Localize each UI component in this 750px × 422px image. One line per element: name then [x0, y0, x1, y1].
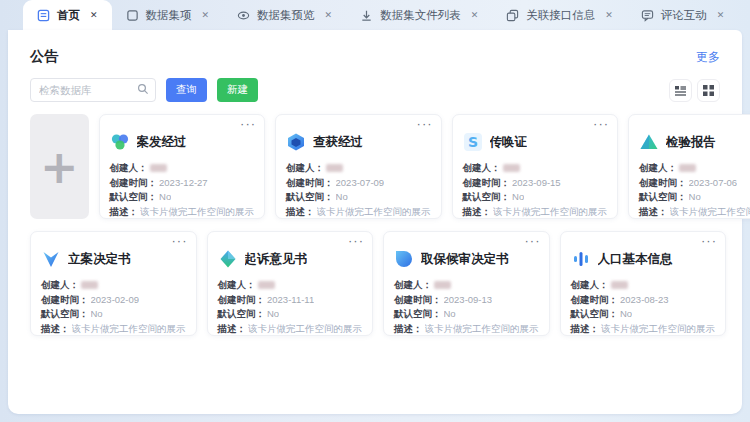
created-label: 创建时间：	[110, 176, 158, 191]
search-box	[30, 78, 156, 102]
tab-home[interactable]: 首页 ✕	[23, 0, 112, 30]
card-menu-icon[interactable]: ···	[417, 117, 433, 131]
card-menu-icon[interactable]: ···	[525, 234, 541, 248]
close-icon[interactable]: ✕	[90, 10, 98, 20]
created-value: 2023-08-23	[620, 293, 669, 308]
more-link[interactable]: 更多	[696, 49, 720, 66]
waveform-icon	[571, 249, 591, 269]
desc-label: 描述：	[110, 205, 139, 220]
card-menu-icon[interactable]: ···	[240, 117, 256, 131]
space-label: 默认空间：	[463, 190, 511, 205]
creator-label: 创建人：	[571, 278, 609, 293]
desc-label: 描述：	[41, 322, 70, 337]
desc-value: 该卡片做完工作空间的展示	[248, 322, 362, 337]
file-icon	[126, 9, 139, 22]
created-value: 2023-07-06	[689, 176, 738, 191]
creator-label: 创建人：	[463, 161, 501, 176]
desc-value: 该卡片做完工作空间的展示	[670, 205, 750, 220]
ribbon-s-icon: S	[463, 132, 483, 152]
dataset-card[interactable]: ··· 立案决定书 创建人： 创建时间：2023-02-09 默认空间：No 描…	[30, 231, 197, 336]
main-panel: 公告 更多 查询 新建	[8, 30, 742, 414]
creator-value-redacted	[434, 281, 451, 289]
creator-value-redacted	[611, 281, 628, 289]
download-icon	[360, 9, 373, 22]
grid-view-button[interactable]	[697, 79, 720, 102]
creator-label: 创建人：	[41, 278, 79, 293]
tab-dataset-preview[interactable]: 数据集预览 ✕	[223, 0, 346, 30]
space-value: No	[512, 190, 524, 205]
space-value: No	[620, 307, 632, 322]
space-label: 默认空间：	[41, 307, 89, 322]
eye-icon	[237, 9, 250, 22]
created-label: 创建时间：	[394, 293, 442, 308]
desc-value: 该卡片做完工作空间的展示	[140, 205, 254, 220]
created-value: 2023-07-09	[336, 176, 385, 191]
creator-value-redacted	[258, 281, 275, 289]
space-value: No	[336, 190, 348, 205]
close-icon[interactable]: ✕	[471, 10, 479, 20]
card-menu-icon[interactable]: ···	[593, 117, 609, 131]
desc-label: 描述：	[463, 205, 492, 220]
desc-value: 该卡片做完工作空间的展示	[493, 205, 607, 220]
card-title: 人口基本信息	[598, 251, 673, 268]
add-dataset-card[interactable]: +	[30, 114, 89, 219]
dataset-card[interactable]: ··· 起诉意见书 创建人： 创建时间：2023-11-11 默认空间：No 描…	[207, 231, 374, 336]
close-icon[interactable]: ✕	[325, 10, 333, 20]
svg-text:S: S	[468, 134, 478, 150]
copy-icon	[506, 9, 519, 22]
close-icon[interactable]: ✕	[605, 10, 613, 20]
card-title: 起诉意见书	[245, 251, 308, 268]
created-label: 创建时间：	[571, 293, 619, 308]
plus-icon: +	[40, 147, 79, 187]
creator-value-redacted	[503, 164, 520, 172]
tab-linked-api-info[interactable]: 关联接口信息 ✕	[492, 0, 627, 30]
created-value: 2023-12-27	[159, 176, 208, 191]
dataset-card[interactable]: ··· 案发经过 创建人： 创建时间：2023-12-27 默认空间：No 描述…	[99, 114, 266, 219]
desc-label: 描述：	[571, 322, 600, 337]
tab-label: 评论互动	[661, 8, 707, 23]
create-button[interactable]: 新建	[217, 78, 258, 102]
card-title: 查获经过	[313, 134, 363, 151]
card-grid-row-1: + ··· 案发经过 创建人： 创建时间：2023-12-27 默认空间：No	[30, 114, 720, 219]
list-view-button[interactable]	[669, 79, 692, 102]
space-label: 默认空间：	[571, 307, 619, 322]
space-value: No	[689, 190, 701, 205]
dataset-card[interactable]: ··· 人口基本信息 创建人： 创建时间：2023-08-23 默认空间：No …	[560, 231, 727, 336]
dataset-card[interactable]: ··· S 传唤证 创建人： 创建时间：2023-09-15 默认空间：No 描…	[452, 114, 619, 219]
desc-value: 该卡片做完工作空间的展示	[72, 322, 186, 337]
grid-view-icon	[702, 84, 715, 97]
created-label: 创建时间：	[639, 176, 687, 191]
bird-v-icon	[41, 249, 61, 269]
creator-value-redacted	[81, 281, 98, 289]
dataset-card[interactable]: ··· 取保候审决定书 创建人： 创建时间：2023-09-13 默认空间：No…	[383, 231, 550, 336]
document-icon	[37, 9, 50, 22]
tab-label: 数据集文件列表	[380, 8, 461, 23]
desc-label: 描述：	[394, 322, 423, 337]
space-label: 默认空间：	[639, 190, 687, 205]
tab-dataset-items[interactable]: 数据集项 ✕	[112, 0, 224, 30]
space-value: No	[159, 190, 171, 205]
desc-value: 该卡片做完工作空间的展示	[317, 205, 431, 220]
space-value: No	[91, 307, 103, 322]
search-icon	[137, 83, 149, 95]
close-icon[interactable]: ✕	[717, 10, 725, 20]
dataset-card[interactable]: ··· 检验报告 创建人： 创建时间：2023-07-06 默认空间：No 描述…	[628, 114, 750, 219]
creator-value-redacted	[679, 164, 696, 172]
query-button[interactable]: 查询	[166, 78, 207, 102]
card-menu-icon[interactable]: ···	[348, 234, 364, 248]
clover-icon	[110, 132, 130, 152]
created-value: 2023-09-15	[512, 176, 561, 191]
tab-label: 首页	[57, 8, 80, 23]
card-menu-icon[interactable]: ···	[172, 234, 188, 248]
creator-value-redacted	[326, 164, 343, 172]
space-label: 默认空间：	[218, 307, 266, 322]
dataset-card[interactable]: ··· 查获经过 创建人： 创建时间：2023-07-09 默认空间：No 描述…	[275, 114, 442, 219]
card-title: 案发经过	[137, 134, 187, 151]
tab-comments[interactable]: 评论互动 ✕	[627, 0, 739, 30]
created-label: 创建时间：	[286, 176, 334, 191]
desc-label: 描述：	[218, 322, 247, 337]
tab-label: 关联接口信息	[526, 8, 595, 23]
close-icon[interactable]: ✕	[202, 10, 210, 20]
card-menu-icon[interactable]: ···	[701, 234, 717, 248]
tab-dataset-file-list[interactable]: 数据集文件列表 ✕	[346, 0, 492, 30]
